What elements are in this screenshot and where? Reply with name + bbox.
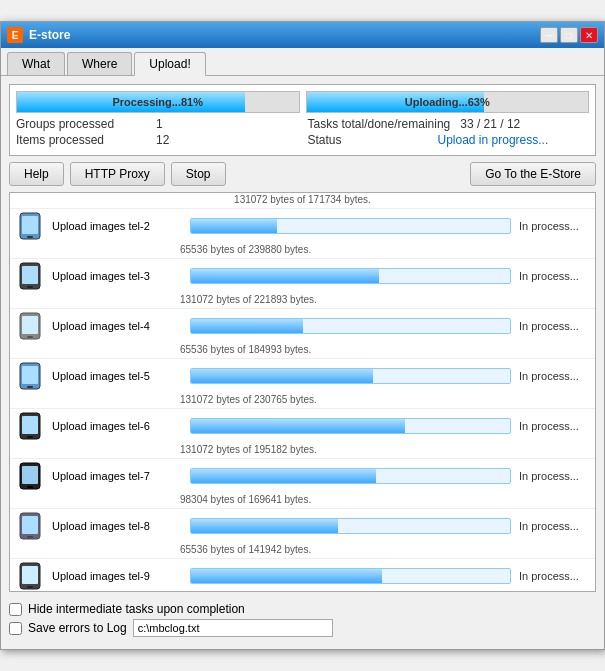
phone-icon-1 [16, 212, 44, 240]
item-label-3: Upload images tel-4 [52, 320, 182, 332]
item-progress-fill-6 [191, 469, 376, 483]
status-label: Status [308, 133, 428, 147]
stat-right-2: Status Upload in progress... [298, 133, 590, 147]
item-progress-fill-8 [191, 569, 382, 583]
svg-rect-5 [27, 286, 33, 288]
list-item-row-7: Upload images tel-8 In process... [10, 509, 595, 543]
svg-rect-1 [22, 216, 38, 234]
svg-rect-23 [27, 586, 33, 588]
svg-rect-7 [22, 316, 38, 334]
processing-bar-label: Processing...81% [17, 92, 299, 112]
save-errors-checkbox[interactable] [9, 622, 22, 635]
bottom-section: Hide intermediate tasks upon completion … [9, 598, 596, 641]
maximize-button[interactable]: □ [560, 27, 578, 43]
list-item-group-1: Upload images tel-2 In process... 65536 … [10, 209, 595, 259]
tasks-value: 33 / 21 / 12 [460, 117, 520, 131]
bytes-row-5: 131072 bytes of 195182 bytes. [10, 443, 595, 458]
item-progress-bg-1 [190, 218, 511, 234]
tab-where[interactable]: Where [67, 52, 132, 75]
minimize-button[interactable]: ─ [540, 27, 558, 43]
window-title: E-store [29, 28, 70, 42]
item-progress-bg-8 [190, 568, 511, 584]
uploading-bar-label: Uploading...63% [307, 92, 589, 112]
go-to-store-button[interactable]: Go To the E-Store [470, 162, 596, 186]
item-progress-6 [190, 468, 511, 484]
tab-what[interactable]: What [7, 52, 65, 75]
item-progress-4 [190, 368, 511, 384]
http-proxy-button[interactable]: HTTP Proxy [70, 162, 165, 186]
list-item-group-8: Upload images tel-9 In process... 98304 … [10, 559, 595, 592]
stats-row-1: Groups processed 1 Tasks total/done/rema… [16, 117, 589, 131]
upload-list[interactable]: 131072 bytes of 171734 bytes. Upload ima… [9, 192, 596, 592]
close-button[interactable]: ✕ [580, 27, 598, 43]
list-item-group-3: Upload images tel-4 In process... 65536 … [10, 309, 595, 359]
item-status-8: In process... [519, 570, 589, 582]
item-status-1: In process... [519, 220, 589, 232]
status-value: Upload in progress... [438, 133, 549, 147]
svg-rect-2 [27, 236, 33, 238]
stop-button[interactable]: Stop [171, 162, 226, 186]
item-status-3: In process... [519, 320, 589, 332]
hide-checkbox-row: Hide intermediate tasks upon completion [9, 602, 596, 616]
progress-section: Processing...81% Uploading...63% Groups … [9, 84, 596, 156]
stat-left-1: Groups processed 1 [16, 117, 298, 131]
uploading-bar-wrapper: Uploading...63% [306, 91, 590, 113]
list-item-row-2: Upload images tel-3 In process... [10, 259, 595, 293]
svg-rect-14 [27, 436, 33, 438]
item-label-2: Upload images tel-3 [52, 270, 182, 282]
processing-bar-wrapper: Processing...81% [16, 91, 300, 113]
log-file-input[interactable] [133, 619, 333, 637]
phone-icon-4 [16, 362, 44, 390]
item-status-5: In process... [519, 420, 589, 432]
hide-checkbox[interactable] [9, 603, 22, 616]
tab-upload[interactable]: Upload! [134, 52, 205, 76]
svg-rect-4 [22, 266, 38, 284]
list-item-row-4: Upload images tel-5 In process... [10, 359, 595, 393]
phone-icon-2 [16, 262, 44, 290]
item-progress-bg-7 [190, 518, 511, 534]
log-row: Save errors to Log [9, 619, 596, 637]
list-item-row-6: Upload images tel-7 In process... [10, 459, 595, 493]
title-bar: E E-store ─ □ ✕ [1, 22, 604, 48]
bytes-row-6: 98304 bytes of 169641 bytes. [10, 493, 595, 508]
buttons-row: Help HTTP Proxy Stop Go To the E-Store [9, 162, 596, 186]
list-item-group-6: Upload images tel-7 In process... 98304 … [10, 459, 595, 509]
item-progress-fill-7 [191, 519, 338, 533]
item-status-6: In process... [519, 470, 589, 482]
item-progress-bg-4 [190, 368, 511, 384]
item-label-4: Upload images tel-5 [52, 370, 182, 382]
item-progress-fill-4 [191, 369, 373, 383]
stat-left-2: Items processed 12 [16, 133, 298, 147]
item-progress-5 [190, 418, 511, 434]
item-progress-bg-2 [190, 268, 511, 284]
item-progress-fill-1 [191, 219, 277, 233]
list-item-group-4: Upload images tel-5 In process... 131072… [10, 359, 595, 409]
item-label-5: Upload images tel-6 [52, 420, 182, 432]
help-button[interactable]: Help [9, 162, 64, 186]
item-label-8: Upload images tel-9 [52, 570, 182, 582]
tasks-label: Tasks total/done/remaining [308, 117, 451, 131]
stat-right-1: Tasks total/done/remaining 33 / 21 / 12 [298, 117, 590, 131]
svg-rect-13 [22, 416, 38, 434]
item-progress-fill-2 [191, 269, 379, 283]
svg-rect-22 [22, 566, 38, 584]
items-value: 12 [156, 133, 169, 147]
tab-bar: What Where Upload! [1, 48, 604, 76]
item-progress-bg-3 [190, 318, 511, 334]
phone-icon-5 [16, 412, 44, 440]
bytes-row-4: 131072 bytes of 230765 bytes. [10, 393, 595, 408]
bytes-row-3: 65536 bytes of 184993 bytes. [10, 343, 595, 358]
title-controls: ─ □ ✕ [540, 27, 598, 43]
svg-rect-19 [22, 516, 38, 534]
item-progress-fill-5 [191, 419, 405, 433]
item-progress-3 [190, 318, 511, 334]
bytes-row-1: 65536 bytes of 239880 bytes. [10, 243, 595, 258]
item-progress-8 [190, 568, 511, 584]
groups-value: 1 [156, 117, 163, 131]
svg-rect-16 [22, 466, 38, 484]
item-label-1: Upload images tel-2 [52, 220, 182, 232]
list-item-group-5: Upload images tel-6 In process... 131072… [10, 409, 595, 459]
items-label: Items processed [16, 133, 136, 147]
svg-rect-17 [27, 486, 33, 488]
list-item-row-5: Upload images tel-6 In process... [10, 409, 595, 443]
